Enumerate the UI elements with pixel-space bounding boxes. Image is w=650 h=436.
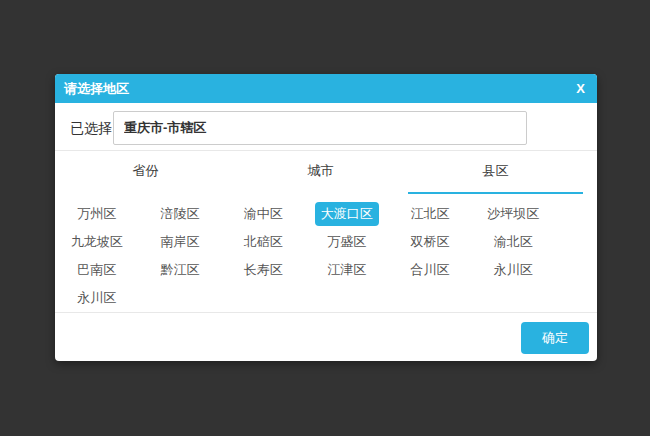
tab-1[interactable]: 城市 [233,151,408,194]
district-cell: 长寿区 [222,256,305,284]
tab-0[interactable]: 省份 [58,151,233,194]
district-cell: 巴南区 [55,256,138,284]
district-item[interactable]: 沙坪坝区 [481,202,545,226]
district-item-selected[interactable]: 大渡口区 [315,202,379,226]
district-grid: 万州区涪陵区渝中区大渡口区江北区沙坪坝区九龙坡区南岸区北碚区万盛区双桥区渝北区巴… [55,200,555,312]
region-select-dialog: 请选择地区 X 已选择 省份城市县区 万州区涪陵区渝中区大渡口区江北区沙坪坝区九… [55,74,597,361]
district-cell: 永川区 [55,284,138,312]
dialog-titlebar: 请选择地区 X [55,74,597,103]
district-item[interactable]: 长寿区 [238,258,289,282]
district-item[interactable]: 永川区 [71,286,122,310]
district-cell: 江津区 [305,256,388,284]
district-cell: 北碚区 [222,228,305,256]
district-cell: 双桥区 [388,228,471,256]
tabs: 省份城市县区 [58,151,583,194]
district-item[interactable]: 南岸区 [154,230,205,254]
selected-label: 已选择 [70,111,112,145]
district-cell: 万州区 [55,200,138,228]
district-cell: 沙坪坝区 [472,200,555,228]
district-cell: 大渡口区 [305,200,388,228]
district-item[interactable]: 永川区 [488,258,539,282]
district-item[interactable]: 渝中区 [238,202,289,226]
selected-region-row: 已选择 [55,111,597,145]
close-icon[interactable]: X [576,74,585,103]
district-item[interactable]: 九龙坡区 [65,230,129,254]
district-cell: 九龙坡区 [55,228,138,256]
district-item[interactable]: 万州区 [71,202,122,226]
district-cell: 江北区 [388,200,471,228]
tab-2-active[interactable]: 县区 [408,151,583,194]
district-cell: 合川区 [388,256,471,284]
district-item[interactable]: 北碚区 [238,230,289,254]
dialog-title: 请选择地区 [64,81,129,96]
district-item[interactable]: 渝北区 [488,230,539,254]
district-item[interactable]: 双桥区 [404,230,455,254]
district-cell: 渝中区 [222,200,305,228]
district-item[interactable]: 江北区 [404,202,455,226]
district-item[interactable]: 黔江区 [154,258,205,282]
selected-region-input[interactable] [113,111,527,145]
district-item[interactable]: 涪陵区 [154,202,205,226]
district-cell: 渝北区 [472,228,555,256]
district-item[interactable]: 合川区 [404,258,455,282]
divider [55,312,597,313]
confirm-button[interactable]: 确定 [521,322,589,354]
district-item[interactable]: 巴南区 [71,258,122,282]
district-item[interactable]: 万盛区 [321,230,372,254]
district-cell: 南岸区 [138,228,221,256]
district-cell: 永川区 [472,256,555,284]
district-cell: 涪陵区 [138,200,221,228]
district-cell: 黔江区 [138,256,221,284]
district-cell: 万盛区 [305,228,388,256]
district-item[interactable]: 江津区 [321,258,372,282]
